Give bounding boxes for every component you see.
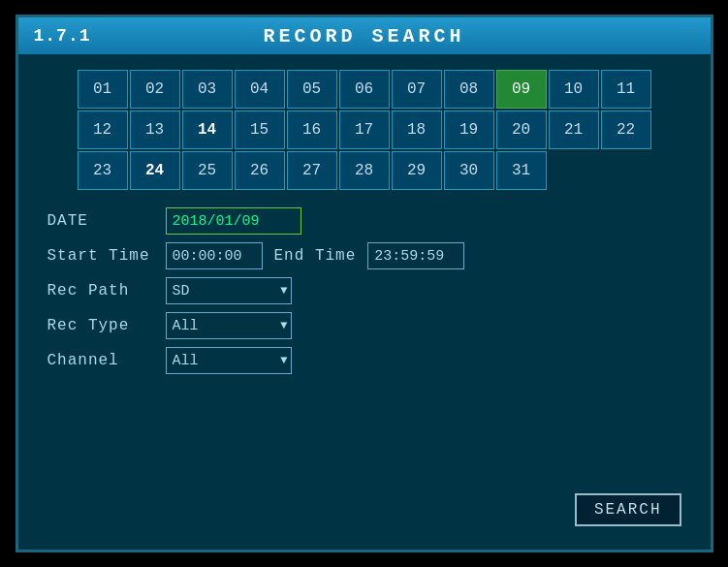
page-title: RECORD SEARCH <box>263 25 464 47</box>
channel-select[interactable]: AllCH1CH2CH3CH4 <box>166 347 292 374</box>
calendar-cell[interactable]: 09 <box>496 70 547 109</box>
date-label: DATE <box>47 212 154 230</box>
calendar-cell[interactable]: 02 <box>130 70 180 109</box>
screen: 1.7.1 RECORD SEARCH 01020304050607080910… <box>16 15 713 552</box>
calendar-cell[interactable]: 14 <box>182 110 233 149</box>
calendar-cell[interactable]: 25 <box>182 151 233 190</box>
calendar-cell[interactable]: 06 <box>339 70 390 109</box>
calendar-cell[interactable]: 08 <box>444 70 494 109</box>
calendar-cell[interactable]: 13 <box>130 110 180 149</box>
calendar-cell[interactable]: 10 <box>549 70 599 109</box>
calendar-cell[interactable]: 24 <box>130 151 180 190</box>
calendar-cell[interactable]: 15 <box>235 110 285 149</box>
calendar-cell[interactable]: 11 <box>601 70 651 109</box>
channel-label: Channel <box>47 352 154 369</box>
calendar: 0102030405060708091011121314151617181920… <box>78 70 651 190</box>
rec-path-dropdown-wrapper: SDHDDUSB ▼ <box>166 277 292 304</box>
date-input[interactable] <box>166 207 301 235</box>
calendar-cell[interactable]: 19 <box>444 110 494 149</box>
calendar-cell[interactable]: 05 <box>287 70 337 109</box>
calendar-cell[interactable]: 01 <box>78 70 128 109</box>
calendar-cell[interactable]: 07 <box>392 70 442 109</box>
rec-path-row: Rec Path SDHDDUSB ▼ <box>47 277 691 304</box>
rec-path-label: Rec Path <box>47 282 154 299</box>
rec-type-select[interactable]: AllNormalMotionAlarm <box>166 312 292 339</box>
end-time-label: End Time <box>274 247 357 265</box>
rec-type-row: Rec Type AllNormalMotionAlarm ▼ <box>47 312 691 339</box>
time-row: Start Time End Time <box>47 242 691 269</box>
calendar-cell[interactable]: 03 <box>182 70 233 109</box>
calendar-cell[interactable]: 17 <box>339 110 390 149</box>
calendar-row: 0102030405060708091011 <box>78 70 651 109</box>
form-section: DATE Start Time End Time Rec Path SDHDDU… <box>38 207 691 374</box>
title-bar: 1.7.1 RECORD SEARCH <box>18 17 711 54</box>
calendar-cell[interactable]: 22 <box>601 110 651 149</box>
rec-type-dropdown-wrapper: AllNormalMotionAlarm ▼ <box>166 312 292 339</box>
start-time-input[interactable] <box>166 242 263 269</box>
calendar-cell[interactable]: 12 <box>78 110 128 149</box>
calendar-cell[interactable]: 31 <box>496 151 547 190</box>
calendar-cell[interactable]: 21 <box>549 110 599 149</box>
rec-path-select[interactable]: SDHDDUSB <box>166 277 292 304</box>
calendar-row: 1213141516171819202122 <box>78 110 651 149</box>
rec-type-label: Rec Type <box>47 317 154 334</box>
main-content: 0102030405060708091011121314151617181920… <box>18 54 711 550</box>
calendar-cell[interactable]: 20 <box>496 110 547 149</box>
search-button-row: SEARCH <box>38 493 691 534</box>
calendar-cell[interactable]: 29 <box>392 151 442 190</box>
search-button[interactable]: SEARCH <box>575 493 681 526</box>
channel-row: Channel AllCH1CH2CH3CH4 ▼ <box>47 347 691 374</box>
calendar-row: 232425262728293031 <box>78 151 651 190</box>
calendar-cell[interactable]: 04 <box>235 70 285 109</box>
calendar-cell[interactable]: 26 <box>235 151 285 190</box>
calendar-cell[interactable]: 23 <box>78 151 128 190</box>
calendar-cell[interactable]: 27 <box>287 151 337 190</box>
calendar-cell[interactable]: 28 <box>339 151 390 190</box>
end-time-input[interactable] <box>367 242 464 269</box>
date-row: DATE <box>47 207 691 235</box>
start-time-label: Start Time <box>47 247 154 265</box>
calendar-cell[interactable]: 30 <box>444 151 494 190</box>
calendar-cell[interactable]: 16 <box>287 110 337 149</box>
channel-dropdown-wrapper: AllCH1CH2CH3CH4 ▼ <box>166 347 292 374</box>
calendar-cell[interactable]: 18 <box>392 110 442 149</box>
version-label: 1.7.1 <box>34 26 91 46</box>
